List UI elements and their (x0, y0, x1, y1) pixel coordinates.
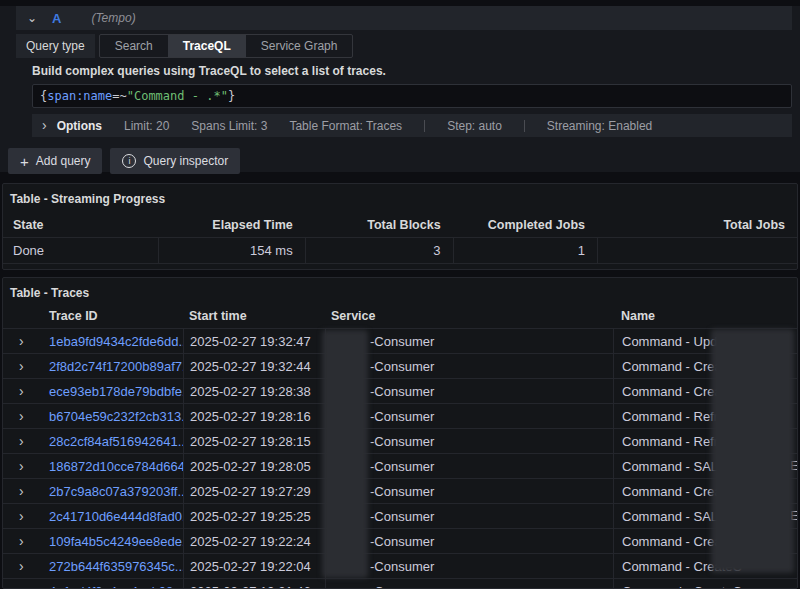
add-query-button[interactable]: + Add query (8, 148, 102, 174)
trace-id-link[interactable]: 4e1cd4f0a4ce4ecb08... (49, 584, 183, 589)
service-cell: -Consumer (325, 354, 613, 378)
table-row[interactable]: › 28c2cf84af516942641... 2025-02-27 19:2… (3, 428, 797, 453)
col-header-start-time[interactable]: Start time (183, 309, 325, 323)
start-time-cell: 2025-02-27 19:28:15 (183, 429, 325, 453)
options-limit: Limit: 20 (124, 119, 169, 133)
expand-row-icon[interactable]: › (19, 384, 24, 398)
grafana-explore-tempo: { "colors": { "accent_blue": "#3f7ae0", … (0, 0, 800, 589)
name-cell: Command - CreateC (613, 579, 797, 589)
trace-id-link[interactable]: 2b7c9a8c07a379203ff... (49, 484, 183, 499)
query-type-label: Query type (16, 34, 95, 58)
start-time-cell: 2025-02-27 19:32:47 (183, 329, 325, 353)
query-type-option-search[interactable]: Search (100, 35, 168, 57)
start-time-cell: 2025-02-27 19:21:46 (183, 579, 325, 589)
trace-id-link[interactable]: 2c41710d6e444d8fad0... (49, 509, 183, 524)
name-redaction-blur (711, 329, 794, 573)
start-time-cell: 2025-02-27 19:32:44 (183, 354, 325, 378)
start-time-cell: 2025-02-27 19:22:04 (183, 554, 325, 578)
total-blocks-cell: 3 (305, 238, 453, 263)
elapsed-time-cell: 154 ms (158, 238, 305, 263)
service-cell: -Consumer (325, 504, 613, 528)
service-cell: -Consumer (325, 479, 613, 503)
trace-id-link[interactable]: 186872d10cce784d664... (49, 459, 183, 474)
expand-row-icon[interactable]: › (19, 484, 24, 498)
options-label[interactable]: Options (57, 119, 102, 133)
collapse-query-icon[interactable]: ⌄ (24, 13, 40, 23)
traces-table-header: Trace ID Start time Service Name (3, 304, 797, 328)
query-editor-section: ⌄ A (Tempo) Query type Search TraceQL Se… (0, 6, 800, 172)
expand-row-icon[interactable]: › (19, 409, 24, 423)
expand-row-icon[interactable]: › (19, 359, 24, 373)
col-header-name[interactable]: Name (613, 309, 797, 323)
query-token-brace-close: } (228, 89, 235, 103)
table-row[interactable]: › 109fa4b5c4249ee8ede... 2025-02-27 19:2… (3, 528, 797, 553)
start-time-cell: 2025-02-27 19:22:24 (183, 529, 325, 553)
col-header-state[interactable]: State (3, 218, 158, 232)
trace-id-link[interactable]: 109fa4b5c4249ee8ede... (49, 534, 183, 549)
start-time-cell: 2025-02-27 19:28:38 (183, 379, 325, 403)
query-inspector-button[interactable]: i Query inspector (110, 148, 240, 174)
col-header-elapsed-time[interactable]: Elapsed Time (158, 218, 305, 232)
expand-row-icon[interactable]: › (19, 334, 24, 348)
col-header-total-blocks[interactable]: Total Blocks (305, 218, 453, 232)
expand-row-icon[interactable]: › (19, 559, 24, 573)
table-row[interactable]: › 2c41710d6e444d8fad0... 2025-02-27 19:2… (3, 503, 797, 528)
options-expand-icon[interactable]: › (42, 117, 47, 133)
plus-icon: + (20, 154, 29, 169)
col-header-completed-jobs[interactable]: Completed Jobs (453, 218, 597, 232)
expand-row-icon[interactable]: › (19, 509, 24, 523)
info-icon: i (122, 154, 136, 168)
table-row[interactable]: › b6704e59c232f2cb313... 2025-02-27 19:2… (3, 403, 797, 428)
traceql-hint-text: Build complex queries using TraceQL to s… (32, 64, 792, 78)
query-ref-id: A (52, 11, 61, 26)
datasource-label: (Tempo) (91, 11, 135, 25)
service-cell: -Consumer (325, 579, 613, 589)
query-type-option-traceql[interactable]: TraceQL (168, 35, 246, 57)
col-header-trace-id[interactable]: Trace ID (43, 309, 183, 323)
col-header-service[interactable]: Service (325, 309, 613, 323)
service-cell: -Consumer (325, 329, 613, 353)
table-row[interactable]: › ece93eb178de79bdbfe... 2025-02-27 19:2… (3, 378, 797, 403)
query-token-brace-open: { (40, 89, 47, 103)
service-cell: -Consumer (325, 429, 613, 453)
table-row[interactable]: › 2f8d2c74f17200b89af7... 2025-02-27 19:… (3, 353, 797, 378)
table-row[interactable]: › 2b7c9a8c07a379203ff... 2025-02-27 19:2… (3, 478, 797, 503)
expand-row-icon[interactable]: › (19, 584, 24, 589)
query-row-header[interactable]: ⌄ A (Tempo) (16, 6, 792, 30)
trace-id-link[interactable]: 1eba9fd9434c2fde6dd... (49, 334, 183, 349)
trace-id-link[interactable]: 2f8d2c74f17200b89af7... (49, 359, 183, 374)
start-time-cell: 2025-02-27 19:27:29 (183, 479, 325, 503)
expand-row-icon[interactable]: › (19, 534, 24, 548)
span-name: Command - CreateC (622, 584, 742, 589)
service-redaction-blur (322, 330, 368, 578)
options-divider (424, 120, 425, 132)
query-inspector-label: Query inspector (143, 154, 228, 168)
options-spans-limit: Spans Limit: 3 (191, 119, 267, 133)
trace-id-link[interactable]: b6704e59c232f2cb313... (49, 409, 183, 424)
trace-id-link[interactable]: ece93eb178de79bdbfe... (49, 384, 183, 399)
query-options-row[interactable]: › Options Limit: 20 Spans Limit: 3 Table… (32, 114, 792, 137)
state-cell: Done (3, 238, 158, 263)
table-row[interactable]: › 1eba9fd9434c2fde6dd... 2025-02-27 19:3… (3, 328, 797, 353)
streaming-table-row: Done 154 ms 3 1 (3, 237, 797, 264)
total-jobs-cell (597, 238, 797, 263)
traces-panel-title: Table - Traces (3, 278, 797, 300)
options-streaming: Streaming: Enabled (547, 119, 652, 133)
query-token-string: "Command - .*" (127, 89, 228, 103)
table-row[interactable]: › 4e1cd4f0a4ce4ecb08... 2025-02-27 19:21… (3, 578, 797, 589)
service-cell: -Consumer (325, 379, 613, 403)
table-row[interactable]: › 272b644f635976345c... 2025-02-27 19:22… (3, 553, 797, 578)
query-type-row: Query type Search TraceQL Service Graph (16, 34, 792, 58)
query-token-operator: =~ (112, 89, 126, 103)
trace-id-link[interactable]: 28c2cf84af516942641... (49, 434, 183, 449)
add-query-label: Add query (36, 154, 91, 168)
query-type-option-service-graph[interactable]: Service Graph (246, 35, 353, 57)
expand-row-icon[interactable]: › (19, 459, 24, 473)
query-token-field: span:name (47, 89, 112, 103)
table-row[interactable]: › 186872d10cce784d664... 2025-02-27 19:2… (3, 453, 797, 478)
trace-id-link[interactable]: 272b644f635976345c... (49, 559, 183, 574)
traceql-query-input[interactable]: {span:name=~"Command - .*"} (32, 84, 792, 108)
query-type-segmented-control: Search TraceQL Service Graph (99, 34, 354, 58)
col-header-total-jobs[interactable]: Total Jobs (597, 218, 797, 232)
expand-row-icon[interactable]: › (19, 434, 24, 448)
